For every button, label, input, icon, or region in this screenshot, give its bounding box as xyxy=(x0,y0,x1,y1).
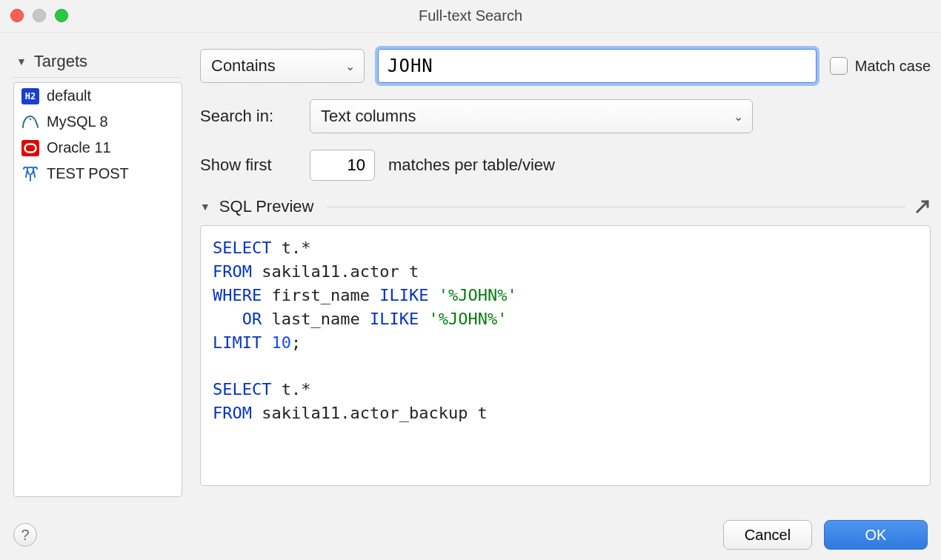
match-mode-select[interactable]: Contains ⌄ xyxy=(200,49,365,83)
oracle-db-icon xyxy=(21,140,39,156)
search-in-value: Text columns xyxy=(321,107,416,126)
target-item-testpost[interactable]: TEST POST xyxy=(14,161,182,187)
popout-icon[interactable] xyxy=(914,199,931,215)
sql-preview-header[interactable]: ▼ SQL Preview xyxy=(200,197,931,216)
svg-point-0 xyxy=(30,118,31,119)
chevron-down-icon: ⌄ xyxy=(345,59,355,73)
sql-preview-label: SQL Preview xyxy=(219,197,314,216)
chevron-down-icon: ⌄ xyxy=(734,110,743,124)
sql-preview-box: SELECT t.* FROM sakila11.actor t WHERE f… xyxy=(200,225,931,486)
search-in-label: Search in: xyxy=(200,107,296,126)
help-button[interactable]: ? xyxy=(13,523,37,547)
target-label: Oracle 11 xyxy=(47,139,111,156)
minimize-icon[interactable] xyxy=(33,9,46,22)
checkbox-box xyxy=(830,57,848,75)
main-panel: Contains ⌄ Match case Search in: Text co… xyxy=(187,33,941,510)
search-query-input[interactable] xyxy=(378,49,817,83)
match-mode-value: Contains xyxy=(211,56,276,76)
target-label: MySQL 8 xyxy=(47,113,108,130)
svg-rect-1 xyxy=(25,144,36,152)
titlebar: Full-text Search xyxy=(0,0,941,33)
targets-header[interactable]: ▼ Targets xyxy=(13,44,187,77)
mysql-db-icon xyxy=(21,114,39,130)
target-item-default[interactable]: H2 default xyxy=(14,83,182,109)
window-controls xyxy=(10,9,68,22)
chevron-down-icon: ▼ xyxy=(16,56,27,67)
targets-label: Targets xyxy=(34,52,87,71)
search-in-select[interactable]: Text columns ⌄ xyxy=(310,99,753,133)
target-label: default xyxy=(47,87,91,104)
show-first-suffix: matches per table/view xyxy=(388,156,555,175)
show-first-input[interactable] xyxy=(310,150,375,181)
divider xyxy=(327,207,905,207)
postgres-db-icon xyxy=(21,166,39,182)
sidebar: ▼ Targets H2 default MySQL 8 Oracle 11 xyxy=(0,33,187,510)
target-item-oracle11[interactable]: Oracle 11 xyxy=(14,135,182,161)
target-label: TEST POST xyxy=(47,165,129,182)
match-case-checkbox[interactable]: Match case xyxy=(830,57,931,75)
targets-list[interactable]: H2 default MySQL 8 Oracle 11 TEST POST xyxy=(13,82,182,497)
show-first-label: Show first xyxy=(200,156,296,175)
divider xyxy=(13,77,181,78)
h2-db-icon: H2 xyxy=(21,88,39,104)
match-case-label: Match case xyxy=(855,58,931,75)
close-icon[interactable] xyxy=(10,9,24,22)
window-title: Full-text Search xyxy=(419,7,522,24)
help-icon: ? xyxy=(21,527,29,544)
cancel-button[interactable]: Cancel xyxy=(723,520,812,550)
ok-button[interactable]: OK xyxy=(824,520,928,550)
bottom-bar: ? Cancel OK xyxy=(0,510,941,560)
target-item-mysql8[interactable]: MySQL 8 xyxy=(14,109,182,135)
zoom-icon[interactable] xyxy=(55,9,68,22)
chevron-down-icon: ▼ xyxy=(200,201,210,213)
